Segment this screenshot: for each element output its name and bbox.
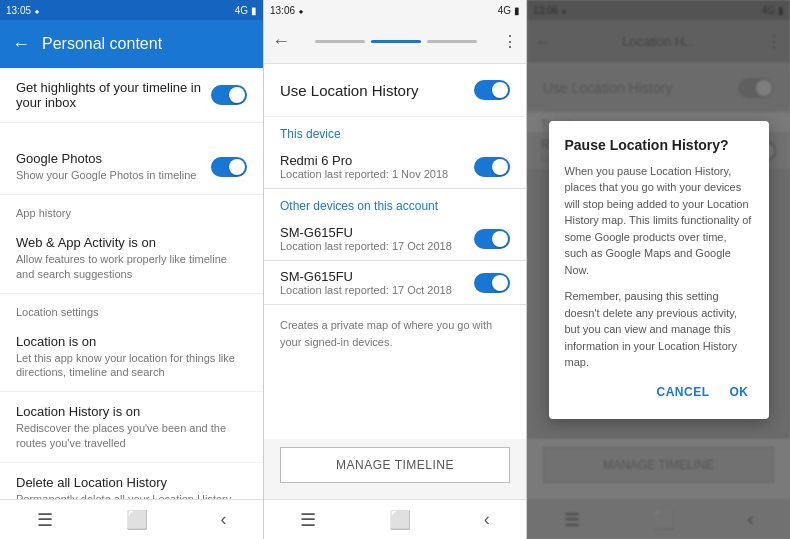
device-item-sm1[interactable]: SM-G615FU Location last reported: 17 Oct… bbox=[264, 217, 526, 260]
description: Creates a private map of where you go wi… bbox=[264, 305, 526, 362]
device-name: SM-G615FU bbox=[280, 269, 452, 284]
bluetooth-icon-1: ⬥ bbox=[34, 5, 40, 16]
ok-button[interactable]: OK bbox=[726, 381, 753, 403]
tab-1 bbox=[315, 40, 365, 43]
header-title-1: Personal content bbox=[42, 35, 162, 53]
header-bar-1: ← Personal content bbox=[0, 20, 263, 68]
section-other-devices: Other devices on this account bbox=[264, 189, 526, 217]
tab-2 bbox=[371, 40, 421, 43]
toggle-highlights[interactable] bbox=[211, 85, 247, 105]
back-button-2[interactable]: ← bbox=[272, 31, 290, 52]
panel-location-history: 13:06 ⬥ 4G ▮ ← ⋮ Use Location History Th… bbox=[263, 0, 526, 539]
item-subtitle: Allow features to work properly like tim… bbox=[16, 252, 247, 281]
section-label-app-history: App history bbox=[0, 195, 263, 223]
device-item-sm2[interactable]: SM-G615FU Location last reported: 17 Oct… bbox=[264, 261, 526, 304]
cancel-button[interactable]: CANCEL bbox=[653, 381, 714, 403]
list-item[interactable]: Web & App Activity is on Allow features … bbox=[0, 223, 263, 294]
dialog-body-2: Remember, pausing this setting doesn't d… bbox=[565, 288, 753, 371]
dialog-title: Pause Location History? bbox=[565, 137, 753, 153]
item-title: Delete all Location History bbox=[16, 475, 247, 490]
use-location-title: Use Location History bbox=[280, 82, 418, 99]
back-nav-icon-1[interactable]: ‹ bbox=[221, 509, 227, 530]
item-title: Get highlights of your timeline in your … bbox=[16, 80, 211, 110]
back-nav-icon-2[interactable]: ‹ bbox=[484, 509, 490, 530]
item-title: Location is on bbox=[16, 334, 247, 349]
panel2-content[interactable]: Use Location History This device Redmi 6… bbox=[264, 64, 526, 439]
item-subtitle: Rediscover the places you've been and th… bbox=[16, 421, 247, 450]
item-subtitle: Let this app know your location for thin… bbox=[16, 351, 247, 380]
home-icon-2[interactable]: ⬜ bbox=[389, 509, 411, 531]
toggle-redmi[interactable] bbox=[474, 157, 510, 177]
list-item[interactable]: Location History is on Rediscover the pl… bbox=[0, 392, 263, 463]
section-label-location: Location settings bbox=[0, 294, 263, 322]
panel-pause-dialog: 13:06 ⬥ 4G ▮ ← Location H... ⋮ Use Locat… bbox=[526, 0, 790, 539]
item-subtitle: Show your Google Photos in timeline bbox=[16, 168, 211, 182]
status-bar-1: 13:05 ⬥ 4G ▮ bbox=[0, 0, 263, 20]
status-bar-right-1: 4G ▮ bbox=[235, 5, 257, 16]
section-label-photos bbox=[0, 123, 263, 139]
section-this-device: This device bbox=[264, 117, 526, 145]
time-1: 13:05 bbox=[6, 5, 31, 16]
device-item-redmi[interactable]: Redmi 6 Pro Location last reported: 1 No… bbox=[264, 145, 526, 188]
time-2: 13:06 bbox=[270, 5, 295, 16]
device-reported: Location last reported: 1 Nov 2018 bbox=[280, 168, 448, 180]
nav-bar-1: ☰ ⬜ ‹ bbox=[0, 499, 263, 539]
status-bar-left-1: 13:05 ⬥ bbox=[6, 5, 40, 16]
dialog-overlay[interactable]: Pause Location History? When you pause L… bbox=[527, 0, 790, 539]
list-item[interactable]: Location is on Let this app know your lo… bbox=[0, 322, 263, 393]
content-scroll-1[interactable]: Get highlights of your timeline in your … bbox=[0, 68, 263, 499]
device-reported: Location last reported: 17 Oct 2018 bbox=[280, 240, 452, 252]
dialog-actions: CANCEL OK bbox=[565, 381, 753, 403]
manage-timeline-button-2[interactable]: MANAGE TIMELINE bbox=[280, 447, 510, 483]
status-right-2: 4G ▮ bbox=[498, 5, 520, 16]
item-title: Web & App Activity is on bbox=[16, 235, 247, 250]
toggle-sm2[interactable] bbox=[474, 273, 510, 293]
dialog-body-1: When you pause Location History, places … bbox=[565, 163, 753, 279]
back-button-1[interactable]: ← bbox=[12, 34, 30, 55]
tab-3 bbox=[427, 40, 477, 43]
toggle-use-location[interactable] bbox=[474, 80, 510, 100]
battery-icon-1: ▮ bbox=[251, 5, 257, 16]
device-reported: Location last reported: 17 Oct 2018 bbox=[280, 284, 452, 296]
list-item[interactable]: Google Photos Show your Google Photos in… bbox=[0, 139, 263, 195]
menu-icon-1[interactable]: ☰ bbox=[37, 509, 53, 531]
network-1: 4G bbox=[235, 5, 248, 16]
nav-bar-2: ☰ ⬜ ‹ bbox=[264, 499, 526, 539]
item-title: Location History is on bbox=[16, 404, 247, 419]
status-left-2: 13:06 ⬥ bbox=[270, 5, 304, 16]
toggle-photos[interactable] bbox=[211, 157, 247, 177]
network-2: 4G bbox=[498, 5, 511, 16]
tab-indicator bbox=[298, 40, 494, 43]
status-bar-2: 13:06 ⬥ 4G ▮ bbox=[264, 0, 526, 20]
device-name: Redmi 6 Pro bbox=[280, 153, 448, 168]
bluetooth-icon-2: ⬥ bbox=[298, 5, 304, 16]
list-item[interactable]: Get highlights of your timeline in your … bbox=[0, 68, 263, 123]
device-name: SM-G615FU bbox=[280, 225, 452, 240]
use-location-header: Use Location History bbox=[264, 64, 526, 117]
header-bar-2: ← ⋮ bbox=[264, 20, 526, 64]
pause-dialog: Pause Location History? When you pause L… bbox=[549, 121, 769, 419]
toggle-sm1[interactable] bbox=[474, 229, 510, 249]
battery-icon-2: ▮ bbox=[514, 5, 520, 16]
item-title: Google Photos bbox=[16, 151, 211, 166]
list-item[interactable]: Delete all Location History Permanently … bbox=[0, 463, 263, 499]
menu-icon-2[interactable]: ☰ bbox=[300, 509, 316, 531]
home-icon-1[interactable]: ⬜ bbox=[126, 509, 148, 531]
panel-personal-content: 13:05 ⬥ 4G ▮ ← Personal content Get high… bbox=[0, 0, 263, 539]
item-subtitle: Permanently delete all your Location His… bbox=[16, 492, 247, 499]
more-icon-2[interactable]: ⋮ bbox=[502, 32, 518, 51]
